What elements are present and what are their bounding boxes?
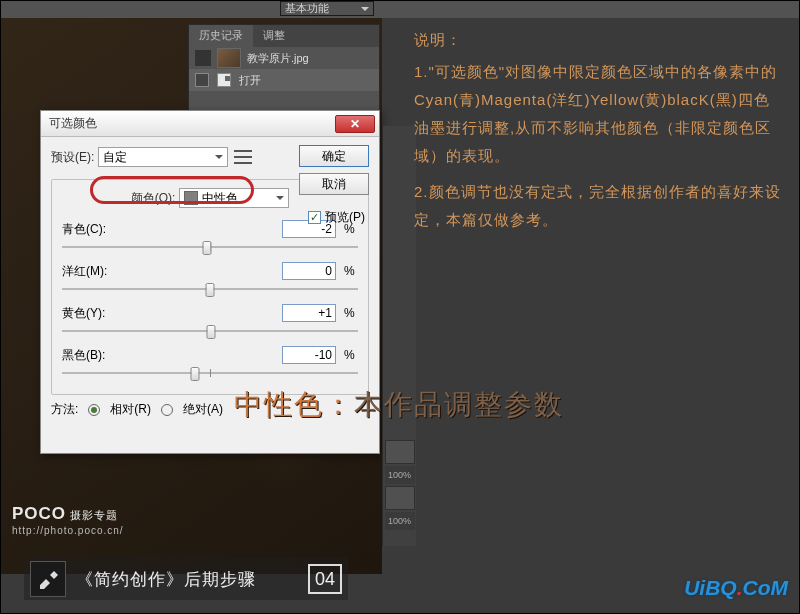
tutorial-explanation: 说明： 1."可选颜色"对图像中限定颜色区域中的各像素中的Cyan(青)Mage… [414,26,784,238]
yellow-slider[interactable] [62,324,358,338]
ok-button[interactable]: 确定 [299,145,369,167]
poco-topic: 摄影专题 [70,509,118,521]
poco-brand: POCO [12,504,66,523]
poco-url: http://photo.poco.cn/ [12,525,124,536]
history-snapshot-row[interactable]: 教学原片.jpg [189,47,379,69]
preview-checkbox[interactable]: ✓ [308,211,321,224]
panel-icon[interactable] [385,486,415,510]
history-step-row[interactable]: 打开 [189,69,379,91]
chevron-down-icon [276,196,284,204]
magenta-slider[interactable] [62,282,358,296]
chevron-down-icon [215,155,223,163]
close-button[interactable]: ✕ [335,115,375,133]
uibq-c: CoM [743,576,789,599]
overlay-heading: 中性色：本作品调整参数 [234,386,564,424]
relative-radio[interactable] [88,404,100,416]
snapshot-label: 教学原片.jpg [247,51,309,66]
yellow-input[interactable] [282,304,336,322]
tutorial-title: 《简约创作》后期步骤 [76,568,256,591]
brush-icon [36,567,60,591]
absolute-radio[interactable] [161,404,173,416]
right-panel-strip: 100% 100% [382,126,416,546]
black-label: 黑色(B): [62,347,118,364]
preset-dropdown[interactable]: 自定 [98,147,228,167]
explain-heading: 说明： [414,26,784,54]
history-step-label: 打开 [239,73,261,88]
dialog-titlebar[interactable]: 可选颜色 ✕ [41,111,379,137]
preset-menu-icon[interactable] [234,150,252,164]
yellow-label: 黄色(Y): [62,305,118,322]
uibq-a: UiBQ [684,576,737,599]
colors-value: 中性色 [202,190,238,207]
colors-label: 颜色(O): [131,190,176,207]
close-icon: ✕ [350,117,360,131]
explain-p2: 2.颜色调节也没有定式，完全根据创作者的喜好来设定，本篇仅做参考。 [414,178,784,234]
overlay-prefix: 中性色： [234,389,354,420]
percent-label: % [344,306,358,320]
absolute-label: 绝对(A) [183,401,223,418]
percent-label: % [344,264,358,278]
black-slider[interactable] [62,366,358,380]
preview-label: 预览(P) [325,209,365,226]
fill-value[interactable]: 100% [385,512,415,530]
uibq-watermark: UiBQ.CoM [684,576,788,600]
explain-p1: 1."可选颜色"对图像中限定颜色区域中的各像素中的Cyan(青)Magenta(… [414,58,784,170]
color-swatch-icon [184,191,198,205]
preset-label: 预设(E): [51,149,94,166]
tab-adjustments[interactable]: 调整 [253,25,295,47]
tab-history[interactable]: 历史记录 [189,25,253,47]
overlay-suffix: 本作品调整参数 [354,389,564,420]
magenta-label: 洋红(M): [62,263,118,280]
history-checkbox[interactable] [195,73,209,87]
method-label: 方法: [51,401,78,418]
tutorial-step-number: 04 [308,564,342,594]
opacity-value[interactable]: 100% [385,466,415,484]
poco-watermark: POCO 摄影专题 http://photo.poco.cn/ [12,504,124,536]
cancel-button[interactable]: 取消 [299,173,369,195]
dialog-title: 可选颜色 [49,115,97,132]
cyan-label: 青色(C): [62,221,118,238]
cyan-slider[interactable] [62,240,358,254]
preset-value: 自定 [103,149,127,166]
relative-label: 相对(R) [110,401,151,418]
colors-dropdown[interactable]: 中性色 [179,188,289,208]
app-toolbar [0,0,800,18]
magenta-input[interactable] [282,262,336,280]
percent-label: % [344,348,358,362]
black-input[interactable] [282,346,336,364]
workspace-label: 基本功能 [285,1,329,16]
open-file-icon [217,73,231,87]
panel-icon[interactable] [385,440,415,464]
tutorial-step-bar: 《简约创作》后期步骤 04 [24,558,348,600]
chevron-down-icon [361,7,369,15]
tutorial-icon [30,561,66,597]
workspace-dropdown[interactable]: 基本功能 [280,1,374,16]
snapshot-thumbnail [217,48,241,68]
history-brush-icon [195,50,211,66]
